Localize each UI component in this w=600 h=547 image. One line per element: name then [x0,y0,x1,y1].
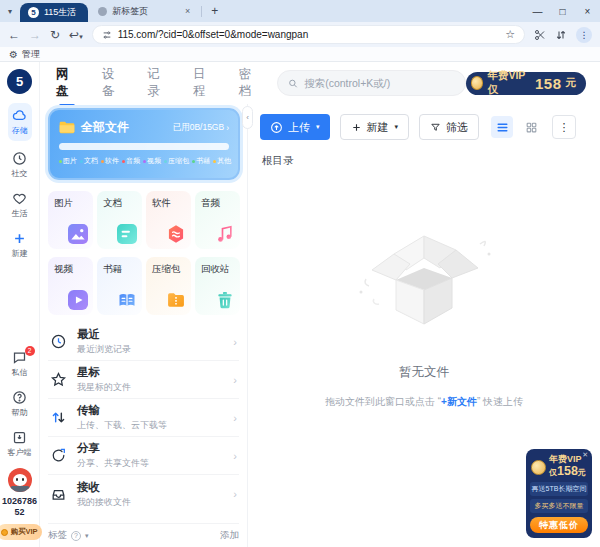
tab-schedule[interactable]: 日程 [193,66,216,100]
new-file-link[interactable]: +新文件 [441,396,477,407]
rail-item-social[interactable]: 社交 [12,151,28,179]
shortcut-receive[interactable]: 接收我的接收文件 › [48,475,239,513]
site-settings-icon[interactable] [102,30,112,40]
category-images[interactable]: 图片 [48,191,93,249]
new-tab-button[interactable]: + [205,4,224,18]
address-bar[interactable]: 115.com/?cid=0&offset=0&mode=wangpan ☆ [92,25,525,44]
grid-view-button[interactable] [520,116,542,138]
new-button[interactable]: 新建 ▾ [340,114,410,140]
shortcut-share[interactable]: 分享分享、共享文件等 › [48,437,239,475]
rail-item-life[interactable]: 生活 [12,191,28,219]
empty-box-illustration [349,216,499,336]
tab-divider [201,6,202,17]
all-files-card[interactable]: 全部文件 已用0B/15GB › 图片 文档 软件 音频 视频 压缩包 书籍 其… [48,108,240,180]
category-audio[interactable]: 音频 [195,191,240,249]
category-books[interactable]: 书籍 [97,257,142,315]
more-options-button[interactable]: ⋮ [552,115,576,139]
browser-tab-active[interactable]: 5 115生活 [20,3,88,22]
filter-button[interactable]: 筛选 [419,114,479,140]
category-recycle[interactable]: 回收站 [195,257,240,315]
tab-records[interactable]: 记录 [147,66,170,100]
window-minimize-button[interactable]: — [525,6,550,17]
tab-vault[interactable]: 密档 [239,66,262,100]
legend-dot [80,160,83,163]
tags-add-button[interactable]: 添加 [220,529,239,542]
buy-vip-button[interactable]: 购买VIP [0,524,42,540]
logo-115[interactable]: 5 [7,69,32,94]
breadcrumb[interactable]: 根目录 [262,154,600,168]
tags-help-icon[interactable]: ? [71,531,81,541]
help-icon [12,390,27,405]
rail-item-messages[interactable]: 2 私信 [12,350,28,378]
tags-label[interactable]: 标签 [48,529,67,542]
inbox-icon [50,486,67,503]
gold-medal-icon [471,76,484,90]
shortcut-starred[interactable]: 星标我星标的文件 › [48,361,239,399]
window-close-button[interactable]: × [575,6,600,17]
reload-button[interactable]: ↻ [50,28,60,42]
vip-promo-card[interactable]: ✕ 年费VIP 仅158元 再送5TB长期空间 多买多送不限量 特惠低价 [526,449,592,538]
file-content-area: ‹ 上传 ▾ 新建 ▾ 筛选 [248,104,600,547]
star-icon [50,371,67,388]
sort-extension-icon[interactable] [555,29,567,41]
url-text[interactable]: 115.com/?cid=0&offset=0&mode=wangpan [118,29,499,40]
left-rail: 5 存储 社交 生活 新建 2 私信 [0,62,40,547]
category-docs[interactable]: 文档 [97,191,142,249]
list-view-button[interactable] [491,116,513,138]
category-archives[interactable]: 压缩包 [146,257,191,315]
content-toolbar: 上传 ▾ 新建 ▾ 筛选 [248,104,600,140]
category-video[interactable]: 视频 [48,257,93,315]
promo-line-3: 多买多送不限量 [530,499,588,513]
tab-close-icon[interactable]: × [185,6,190,16]
bookmarks-bar: ⚙ 管理 [0,47,600,62]
rail-item-create[interactable]: 新建 [12,231,28,259]
tab-search-icon[interactable]: ▾ [0,7,20,16]
rail-item-storage[interactable]: 存储 [8,103,32,141]
chevron-right-icon: › [233,488,237,500]
rail-label: 私信 [12,367,28,378]
search-box[interactable] [277,70,465,96]
software-icon [166,224,186,244]
panel-collapse-handle[interactable]: ‹ [242,106,253,129]
avatar[interactable] [8,468,32,492]
browser-menu-icon[interactable]: ⋮ [576,27,592,43]
shortcut-recent[interactable]: 最近最近浏览记录 › [48,323,239,361]
rail-item-help[interactable]: 帮助 [12,390,28,418]
extension-return-icon[interactable]: ↩▾ [69,28,83,42]
view-toggle [491,116,542,138]
gear-icon: ⚙ [9,49,18,60]
search-icon [288,78,298,89]
tags-caret-icon[interactable]: ▾ [85,532,89,540]
user-id: 102678652 [1,496,39,519]
chevron-right-icon: › [226,123,229,133]
tab-devices[interactable]: 设备 [102,66,125,100]
legend-dot [164,160,167,163]
plus-icon [12,231,27,246]
browser-tab-newtab[interactable]: 新标签页 × [88,0,198,22]
promo-line-2: 再送5TB长期空间 [530,482,588,496]
messages-badge: 2 [25,346,35,356]
bookmark-star-icon[interactable]: ☆ [505,28,515,41]
music-icon [215,224,235,244]
document-icon [117,224,137,244]
search-input[interactable] [304,77,454,89]
rail-item-client[interactable]: 客户端 [8,430,32,458]
shortcut-transfer[interactable]: 传输上传、下载、云下载等 › [48,399,239,437]
close-icon[interactable]: ✕ [582,451,588,459]
back-button[interactable]: ← [8,28,20,42]
tab-wangpan[interactable]: 网盘 [56,66,79,100]
storage-usage[interactable]: 已用0B/15GB › [173,122,229,134]
scissors-extension-icon[interactable] [534,29,546,41]
caret-down-icon: ▾ [316,123,320,131]
newtab-favicon [98,7,107,16]
all-files-title: 全部文件 [81,119,129,136]
image-icon [68,224,88,244]
left-panel: 全部文件 已用0B/15GB › 图片 文档 软件 音频 视频 压缩包 书籍 其… [40,104,248,547]
category-apps[interactable]: 软件 [146,191,191,249]
promo-cta-button[interactable]: 特惠低价 [530,517,588,533]
upload-button[interactable]: 上传 ▾ [260,114,330,140]
vip-banner[interactable]: 年费VIP仅 158 元 [466,72,586,95]
window-maximize-button[interactable]: □ [550,6,575,17]
bookmark-manage[interactable]: 管理 [22,48,40,61]
forward-button[interactable]: → [29,28,41,42]
